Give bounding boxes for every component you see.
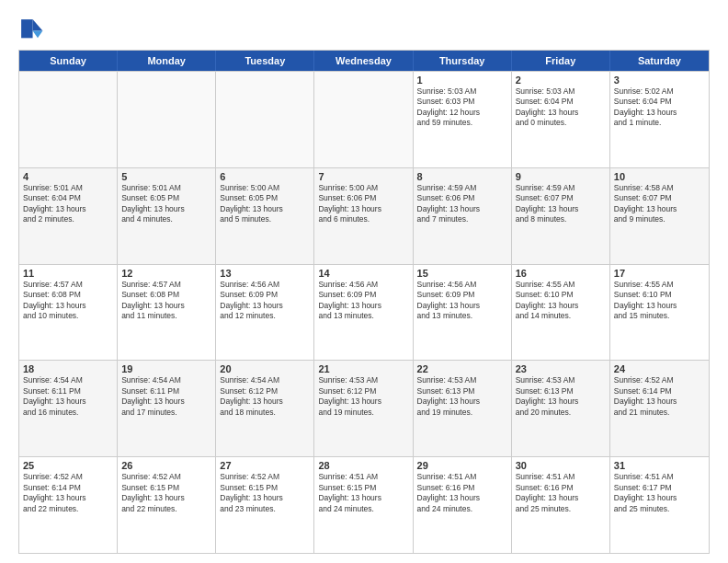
svg-marker-1 <box>33 31 43 39</box>
day-cell-22: 22Sunrise: 4:53 AMSunset: 6:13 PMDayligh… <box>414 361 512 456</box>
day-cell-11: 11Sunrise: 4:57 AMSunset: 6:08 PMDayligh… <box>19 265 118 361</box>
cell-info: Sunrise: 5:01 AMSunset: 6:04 PMDaylight:… <box>23 183 113 225</box>
svg-marker-0 <box>33 19 43 30</box>
header <box>18 17 710 42</box>
cell-info: Sunrise: 4:56 AMSunset: 6:09 PMDaylight:… <box>220 280 310 322</box>
day-cell-2: 2Sunrise: 5:03 AMSunset: 6:04 PMDaylight… <box>512 72 610 167</box>
cell-info: Sunrise: 5:01 AMSunset: 6:05 PMDaylight:… <box>121 183 211 225</box>
day-number: 21 <box>318 363 408 374</box>
cell-info: Sunrise: 5:02 AMSunset: 6:04 PMDaylight:… <box>614 86 705 129</box>
day-number: 14 <box>318 268 408 279</box>
empty-cell <box>19 72 118 167</box>
cell-info: Sunrise: 4:55 AMSunset: 6:10 PMDaylight:… <box>614 280 705 322</box>
calendar-header: SundayMondayTuesdayWednesdayThursdayFrid… <box>19 51 709 71</box>
cell-info: Sunrise: 4:53 AMSunset: 6:13 PMDaylight:… <box>516 375 606 418</box>
cell-info: Sunrise: 4:52 AMSunset: 6:14 PMDaylight:… <box>23 472 113 514</box>
day-cell-25: 25Sunrise: 4:52 AMSunset: 6:14 PMDayligh… <box>19 457 118 553</box>
cell-info: Sunrise: 5:03 AMSunset: 6:03 PMDaylight:… <box>417 86 507 129</box>
day-cell-10: 10Sunrise: 4:58 AMSunset: 6:07 PMDayligh… <box>610 168 709 264</box>
calendar-row-4: 25Sunrise: 4:52 AMSunset: 6:14 PMDayligh… <box>19 456 709 553</box>
day-number: 6 <box>220 171 310 182</box>
day-number: 17 <box>614 268 705 279</box>
day-cell-26: 26Sunrise: 4:52 AMSunset: 6:15 PMDayligh… <box>118 457 216 553</box>
day-number: 10 <box>614 171 705 182</box>
weekday-header-thursday: Thursday <box>414 51 512 71</box>
cell-info: Sunrise: 4:52 AMSunset: 6:15 PMDaylight:… <box>220 472 310 514</box>
cell-info: Sunrise: 4:56 AMSunset: 6:09 PMDaylight:… <box>318 280 408 322</box>
cell-info: Sunrise: 4:53 AMSunset: 6:12 PMDaylight:… <box>318 375 408 418</box>
day-cell-21: 21Sunrise: 4:53 AMSunset: 6:12 PMDayligh… <box>314 361 413 456</box>
day-number: 11 <box>23 268 113 279</box>
cell-info: Sunrise: 4:57 AMSunset: 6:08 PMDaylight:… <box>23 280 113 322</box>
day-cell-24: 24Sunrise: 4:52 AMSunset: 6:14 PMDayligh… <box>610 361 709 456</box>
day-number: 15 <box>417 268 507 279</box>
day-number: 12 <box>121 268 211 279</box>
day-cell-7: 7Sunrise: 5:00 AMSunset: 6:06 PMDaylight… <box>314 168 413 264</box>
day-cell-1: 1Sunrise: 5:03 AMSunset: 6:03 PMDaylight… <box>414 72 512 167</box>
day-cell-29: 29Sunrise: 4:51 AMSunset: 6:16 PMDayligh… <box>414 457 512 553</box>
day-cell-31: 31Sunrise: 4:51 AMSunset: 6:17 PMDayligh… <box>610 457 709 553</box>
cell-info: Sunrise: 4:59 AMSunset: 6:07 PMDaylight:… <box>516 183 606 225</box>
cell-info: Sunrise: 4:52 AMSunset: 6:15 PMDaylight:… <box>121 472 211 514</box>
day-number: 4 <box>23 171 113 182</box>
empty-cell <box>118 72 216 167</box>
day-number: 2 <box>516 75 606 86</box>
day-number: 16 <box>516 268 606 279</box>
cell-info: Sunrise: 4:56 AMSunset: 6:09 PMDaylight:… <box>417 280 507 322</box>
day-cell-28: 28Sunrise: 4:51 AMSunset: 6:15 PMDayligh… <box>314 457 413 553</box>
day-number: 9 <box>516 171 606 182</box>
calendar: SundayMondayTuesdayWednesdayThursdayFrid… <box>18 50 710 554</box>
day-number: 20 <box>220 363 310 374</box>
day-cell-9: 9Sunrise: 4:59 AMSunset: 6:07 PMDaylight… <box>512 168 610 264</box>
day-cell-4: 4Sunrise: 5:01 AMSunset: 6:04 PMDaylight… <box>19 168 118 264</box>
svg-rect-2 <box>21 19 32 38</box>
day-cell-30: 30Sunrise: 4:51 AMSunset: 6:16 PMDayligh… <box>512 457 610 553</box>
cell-info: Sunrise: 4:53 AMSunset: 6:13 PMDaylight:… <box>417 375 507 418</box>
weekday-header-tuesday: Tuesday <box>216 51 314 71</box>
day-cell-13: 13Sunrise: 4:56 AMSunset: 6:09 PMDayligh… <box>216 265 314 361</box>
page: SundayMondayTuesdayWednesdayThursdayFrid… <box>0 0 728 563</box>
calendar-row-0: 1Sunrise: 5:03 AMSunset: 6:03 PMDaylight… <box>19 71 709 167</box>
day-cell-17: 17Sunrise: 4:55 AMSunset: 6:10 PMDayligh… <box>610 265 709 361</box>
weekday-header-wednesday: Wednesday <box>314 51 413 71</box>
day-cell-5: 5Sunrise: 5:01 AMSunset: 6:05 PMDaylight… <box>118 168 216 264</box>
calendar-row-1: 4Sunrise: 5:01 AMSunset: 6:04 PMDaylight… <box>19 167 709 264</box>
weekday-header-monday: Monday <box>118 51 216 71</box>
cell-info: Sunrise: 5:03 AMSunset: 6:04 PMDaylight:… <box>516 86 606 129</box>
empty-cell <box>216 72 314 167</box>
cell-info: Sunrise: 4:51 AMSunset: 6:15 PMDaylight:… <box>318 472 408 514</box>
day-number: 29 <box>417 460 507 471</box>
day-number: 8 <box>417 171 507 182</box>
cell-info: Sunrise: 4:51 AMSunset: 6:16 PMDaylight:… <box>417 472 507 514</box>
day-cell-23: 23Sunrise: 4:53 AMSunset: 6:13 PMDayligh… <box>512 361 610 456</box>
weekday-header-sunday: Sunday <box>19 51 118 71</box>
day-cell-8: 8Sunrise: 4:59 AMSunset: 6:06 PMDaylight… <box>414 168 512 264</box>
day-cell-19: 19Sunrise: 4:54 AMSunset: 6:11 PMDayligh… <box>118 361 216 456</box>
day-number: 19 <box>121 363 211 374</box>
cell-info: Sunrise: 5:00 AMSunset: 6:06 PMDaylight:… <box>318 183 408 225</box>
cell-info: Sunrise: 4:51 AMSunset: 6:17 PMDaylight:… <box>614 472 705 514</box>
day-number: 23 <box>516 363 606 374</box>
cell-info: Sunrise: 4:55 AMSunset: 6:10 PMDaylight:… <box>516 280 606 322</box>
day-cell-3: 3Sunrise: 5:02 AMSunset: 6:04 PMDaylight… <box>610 72 709 167</box>
logo <box>18 17 48 42</box>
calendar-row-2: 11Sunrise: 4:57 AMSunset: 6:08 PMDayligh… <box>19 264 709 361</box>
calendar-body: 1Sunrise: 5:03 AMSunset: 6:03 PMDaylight… <box>19 71 709 553</box>
cell-info: Sunrise: 4:54 AMSunset: 6:12 PMDaylight:… <box>220 375 310 418</box>
day-number: 7 <box>318 171 408 182</box>
cell-info: Sunrise: 5:00 AMSunset: 6:05 PMDaylight:… <box>220 183 310 225</box>
day-number: 18 <box>23 363 113 374</box>
day-cell-6: 6Sunrise: 5:00 AMSunset: 6:05 PMDaylight… <box>216 168 314 264</box>
day-number: 22 <box>417 363 507 374</box>
cell-info: Sunrise: 4:51 AMSunset: 6:16 PMDaylight:… <box>516 472 606 514</box>
cell-info: Sunrise: 4:52 AMSunset: 6:14 PMDaylight:… <box>614 375 705 418</box>
day-cell-16: 16Sunrise: 4:55 AMSunset: 6:10 PMDayligh… <box>512 265 610 361</box>
day-cell-12: 12Sunrise: 4:57 AMSunset: 6:08 PMDayligh… <box>118 265 216 361</box>
day-number: 5 <box>121 171 211 182</box>
day-number: 24 <box>614 363 705 374</box>
day-cell-15: 15Sunrise: 4:56 AMSunset: 6:09 PMDayligh… <box>414 265 512 361</box>
day-cell-14: 14Sunrise: 4:56 AMSunset: 6:09 PMDayligh… <box>314 265 413 361</box>
day-number: 13 <box>220 268 310 279</box>
cell-info: Sunrise: 4:57 AMSunset: 6:08 PMDaylight:… <box>121 280 211 322</box>
day-number: 31 <box>614 460 705 471</box>
